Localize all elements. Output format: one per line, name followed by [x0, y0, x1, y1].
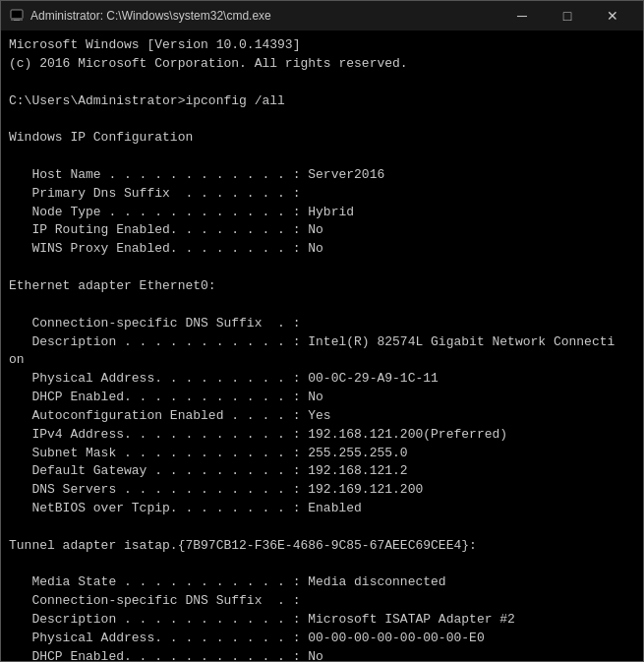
console-line: WINS Proxy Enabled. . . . . . . . : No: [9, 240, 635, 259]
console-line: Tunnel adapter isatap.{7B97CB12-F36E-468…: [9, 537, 635, 556]
svg-rect-2: [14, 20, 20, 21]
window-controls: ─ □ ✕: [499, 1, 635, 30]
console-line: NetBIOS over Tcpip. . . . . . . . : Enab…: [9, 500, 635, 518]
console-line: Node Type . . . . . . . . . . . . : Hybr…: [9, 204, 635, 222]
console-line: Connection-specific DNS Suffix . :: [9, 315, 635, 333]
console-line: Media State . . . . . . . . . . . : Medi…: [9, 573, 635, 592]
minimize-button[interactable]: ─: [499, 1, 545, 30]
console-line: Ethernet adapter Ethernet0:: [9, 277, 635, 296]
console-line: [9, 148, 635, 166]
console-line: Description . . . . . . . . . . . : Inte…: [9, 333, 635, 352]
console-line: IP Routing Enabled. . . . . . . . : No: [9, 221, 635, 240]
console-line: DHCP Enabled. . . . . . . . . . . : No: [9, 389, 635, 407]
console-line: C:\Users\Administrator>ipconfig /all: [9, 92, 635, 111]
maximize-button[interactable]: □: [545, 1, 590, 30]
console-line: [9, 556, 635, 574]
svg-rect-0: [11, 10, 23, 19]
console-line: Physical Address. . . . . . . . . : 00-0…: [9, 630, 635, 648]
console-line: Default Gateway . . . . . . . . . : 192.…: [9, 462, 635, 481]
window-icon: [9, 8, 25, 24]
console-line: Subnet Mask . . . . . . . . . . . : 255.…: [9, 445, 635, 463]
title-bar: Administrator: C:\Windows\system32\cmd.e…: [1, 1, 643, 30]
console-line: [9, 296, 635, 315]
console-line: Connection-specific DNS Suffix . :: [9, 592, 635, 611]
console-line: Primary Dns Suffix . . . . . . . :: [9, 185, 635, 204]
close-button[interactable]: ✕: [590, 1, 635, 30]
console-output[interactable]: Microsoft Windows [Version 10.0.14393] (…: [1, 30, 643, 661]
window-title: Administrator: C:\Windows\system32\cmd.e…: [30, 9, 499, 23]
cmd-window: Administrator: C:\Windows\system32\cmd.e…: [0, 0, 644, 662]
console-line: [9, 518, 635, 537]
console-line: Host Name . . . . . . . . . . . . : Serv…: [9, 166, 635, 185]
console-line: Physical Address. . . . . . . . . : 00-0…: [9, 370, 635, 389]
console-line: [9, 110, 635, 129]
console-line: Microsoft Windows [Version 10.0.14393]: [9, 36, 635, 55]
console-line: (c) 2016 Microsoft Corporation. All righ…: [9, 55, 635, 74]
console-line: Autoconfiguration Enabled . . . . : Yes: [9, 407, 635, 426]
console-line: Windows IP Configuration: [9, 129, 635, 148]
console-line: [9, 74, 635, 92]
console-line: DNS Servers . . . . . . . . . . . : 192.…: [9, 481, 635, 500]
console-line: IPv4 Address. . . . . . . . . . . : 192.…: [9, 426, 635, 445]
console-line: [9, 259, 635, 277]
console-line: on: [9, 351, 635, 370]
console-line: DHCP Enabled. . . . . . . . . . . : No: [9, 648, 635, 661]
console-line: Description . . . . . . . . . . . : Micr…: [9, 611, 635, 630]
